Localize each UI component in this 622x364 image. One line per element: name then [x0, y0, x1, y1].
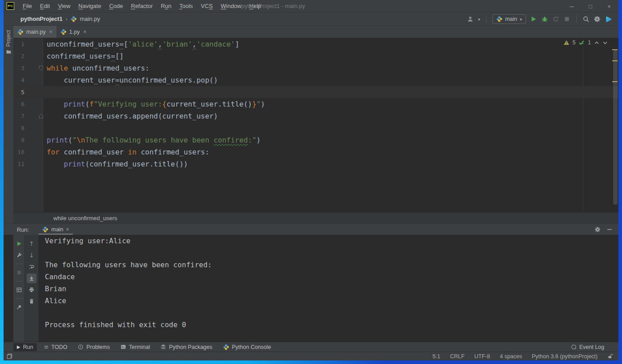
- line-number: 8: [13, 122, 43, 134]
- code-line-1[interactable]: 1unconfirmed_users=['alice','brian','can…: [13, 38, 618, 50]
- event-log-button[interactable]: Event Log: [571, 344, 604, 350]
- soft-wrap-icon[interactable]: [27, 262, 36, 272]
- close-icon[interactable]: ×: [83, 29, 86, 35]
- inspection-widget[interactable]: 5 1: [563, 40, 608, 46]
- python-console-icon: [223, 344, 229, 350]
- menu-run[interactable]: Run: [157, 0, 175, 12]
- clear-all-trash-icon[interactable]: [27, 297, 36, 306]
- scroll-to-end-icon[interactable]: [27, 273, 36, 283]
- code-line-4[interactable]: 4 current_user=unconfirmed_users.pop(): [13, 74, 618, 86]
- code-text: unconfirmed_users=['alice','brian','cand…: [47, 38, 239, 50]
- settings-gear-icon[interactable]: [594, 16, 601, 23]
- tool-button-run[interactable]: ▶ Run: [13, 343, 37, 351]
- maximize-button[interactable]: □: [587, 3, 594, 10]
- menu-code[interactable]: Code: [105, 0, 127, 12]
- rerun-button[interactable]: [14, 239, 24, 249]
- code-line-2[interactable]: 2confirmed_users=[]: [13, 50, 618, 62]
- code-text: print(confirmed_user.title()): [47, 158, 188, 170]
- warning-stripe-mark[interactable]: [612, 60, 618, 61]
- tool-window-quick-access[interactable]: [6, 353, 13, 360]
- prev-warning-chevron-up-icon[interactable]: [594, 41, 599, 45]
- user-account-icon[interactable]: [467, 16, 474, 23]
- toolbar-separator: [15, 264, 23, 264]
- code-line-11[interactable]: 11 print(confirmed_user.title()): [13, 158, 618, 170]
- search-everywhere-icon[interactable]: [582, 16, 590, 23]
- tab-1-py[interactable]: 1.py ×: [56, 26, 91, 38]
- code-editor[interactable]: 1unconfirmed_users=['alice','brian','can…: [13, 38, 618, 212]
- minimize-button[interactable]: ─: [569, 3, 575, 10]
- menu-edit[interactable]: Edit: [36, 0, 54, 12]
- typo-count: 1: [588, 40, 591, 46]
- chevron-down-icon[interactable]: ▾: [478, 17, 480, 22]
- line-number: 2: [13, 50, 43, 62]
- window-controls: ─ □ ×: [569, 0, 612, 12]
- run-configuration-select[interactable]: main ▾: [492, 14, 526, 24]
- code-line-3[interactable]: 3while unconfirmed_users:: [13, 62, 618, 74]
- run-console-output[interactable]: Verifying user:Alice The following users…: [39, 235, 612, 342]
- close-button[interactable]: ×: [606, 3, 612, 10]
- indent-style[interactable]: 4 spaces: [500, 353, 522, 360]
- run-tab-main[interactable]: main ×: [39, 224, 72, 235]
- tool-button-python-console[interactable]: Python Console: [219, 343, 275, 351]
- restore-layout-icon[interactable]: [14, 285, 24, 295]
- scrollbar-thumb[interactable]: [613, 50, 618, 205]
- code-line-6[interactable]: 6 print(f"Verifying user:{current_user.t…: [13, 98, 618, 110]
- code-line-8[interactable]: 8: [13, 122, 618, 134]
- menu-navigate[interactable]: Navigate: [74, 0, 105, 12]
- tool-button-problems[interactable]: Problems: [74, 343, 113, 351]
- editor-scrollbar[interactable]: [612, 38, 618, 212]
- line-separator[interactable]: CRLF: [450, 353, 465, 360]
- event-log-icon: [571, 344, 577, 350]
- warning-stripe-mark[interactable]: [612, 81, 618, 82]
- next-warning-chevron-down-icon[interactable]: [602, 41, 608, 45]
- toolbar-separator: [576, 15, 577, 23]
- plugin-teal-icon[interactable]: [605, 16, 612, 23]
- breadcrumb-while-item[interactable]: while unconfirmed_users: [53, 215, 117, 222]
- menu-tools[interactable]: Tools: [175, 0, 197, 12]
- console-output-line: Alice: [45, 295, 612, 307]
- tool-button-todo[interactable]: ≡ TODO: [40, 343, 71, 351]
- code-text: confirmed_users=[]: [47, 50, 124, 62]
- toolbar-separator: [486, 15, 486, 23]
- typo-check-icon: [578, 40, 585, 46]
- warning-stripe-mark[interactable]: [612, 49, 618, 50]
- tab-label: 1.py: [69, 29, 80, 35]
- menu-vcs[interactable]: VCS: [197, 0, 217, 12]
- menu-refactor[interactable]: Refactor: [127, 0, 157, 12]
- run-button[interactable]: [530, 16, 537, 23]
- code-line-9[interactable]: 9print("\nThe following users have been …: [13, 134, 618, 146]
- debug-button[interactable]: [541, 16, 548, 23]
- project-tool-button[interactable]: Project: [5, 30, 12, 55]
- fold-marker-start[interactable]: [39, 66, 43, 71]
- python-interpreter[interactable]: Python 3.6 (pythonProject): [532, 353, 598, 360]
- navigation-bar: pythonProject1 › main.py ▾ main: [4, 12, 618, 26]
- code-line-10[interactable]: 10for confirmed_user in confirmed_users:: [13, 146, 618, 158]
- project-label: Project: [5, 30, 12, 47]
- print-icon[interactable]: [27, 285, 36, 295]
- bottom-tool-window-bar: ▶ Run ≡ TODO Problems Terminal: [4, 342, 618, 352]
- stop-button-disabled-icon: [14, 268, 24, 277]
- pin-tab-icon[interactable]: [14, 302, 24, 312]
- tool-button-terminal[interactable]: Terminal: [117, 343, 153, 351]
- caret-position[interactable]: 5:1: [433, 353, 440, 360]
- write-access-lock-icon[interactable]: [607, 353, 613, 359]
- menu-view[interactable]: View: [54, 0, 74, 12]
- line-number: 11: [13, 158, 43, 170]
- code-line-7[interactable]: 7 confirmed_users.append(current_user): [13, 110, 618, 122]
- python-file-icon: [71, 16, 77, 22]
- run-settings-gear-icon[interactable]: [594, 226, 601, 233]
- close-icon[interactable]: ×: [66, 226, 69, 233]
- hide-panel-icon[interactable]: [607, 227, 612, 232]
- close-icon[interactable]: ×: [49, 29, 52, 35]
- menu-file[interactable]: File: [19, 0, 36, 12]
- code-line-5[interactable]: 5: [13, 86, 618, 98]
- breadcrumb-project[interactable]: pythonProject1: [20, 16, 63, 22]
- file-encoding[interactable]: UTF-8: [474, 353, 490, 360]
- run-configuration-label: main: [505, 16, 517, 22]
- tab-main-py[interactable]: main.py ×: [13, 26, 56, 38]
- tool-button-python-packages[interactable]: Python Packages: [157, 343, 215, 351]
- fold-marker-end[interactable]: [39, 114, 43, 119]
- breadcrumb-file[interactable]: main.py: [80, 16, 100, 22]
- toolbar-separator: [15, 281, 23, 281]
- run-settings-wrench-icon[interactable]: [14, 250, 24, 260]
